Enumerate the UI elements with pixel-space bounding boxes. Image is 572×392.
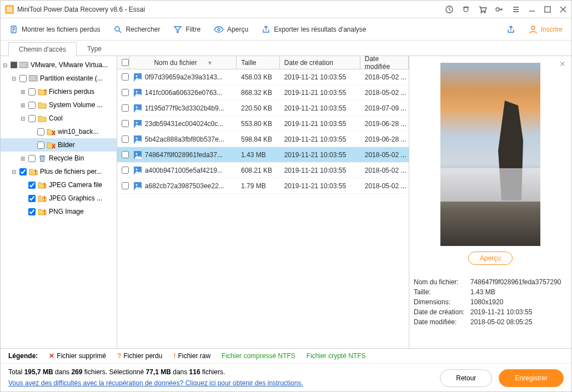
folder-q-icon: ? [38, 87, 47, 96]
preview-open-button[interactable]: Aperçu [468, 252, 513, 265]
tree-checkbox[interactable] [28, 182, 36, 189]
file-checkbox[interactable] [122, 104, 129, 112]
file-row[interactable]: 0f97d39659a2e39a3143...458.03 KB2019-11-… [117, 69, 409, 85]
folder-icon [38, 114, 47, 123]
tree-checkbox[interactable] [19, 75, 27, 82]
help-link[interactable]: Vous avez des difficultés avec la récupé… [8, 379, 303, 387]
column-name[interactable]: Nom du fichier▾ [129, 56, 237, 69]
tree-node[interactable]: xwin10_back... [1, 125, 117, 138]
tree-checkbox[interactable] [28, 88, 36, 96]
file-modified: 2018-05-02 ... [360, 151, 409, 159]
cart-icon[interactable] [478, 5, 487, 14]
stats-text: Total 195,7 MB dans 269 fichiers. Sélect… [8, 368, 440, 376]
file-row[interactable]: 141fc006a606326e0763...868.32 KB2019-11-… [117, 85, 409, 100]
tree-toggle-icon[interactable]: ⊞ [19, 102, 26, 108]
tree-checkbox[interactable] [28, 115, 36, 122]
file-checkbox[interactable] [122, 167, 129, 174]
column-size[interactable]: Taille [237, 56, 280, 69]
tree-label: System Volume ... [49, 101, 103, 109]
close-button[interactable] [559, 6, 567, 13]
document-icon [9, 25, 18, 34]
search-button[interactable]: Rechercher [113, 25, 160, 34]
tree-label: Cool [49, 114, 63, 122]
folder-icon [38, 100, 47, 109]
file-size: 608.21 KB [237, 167, 280, 174]
tree-checkbox[interactable] [28, 102, 36, 109]
tab-path[interactable]: Chemin d'accès [8, 42, 77, 56]
file-row[interactable]: a682cb72a3987503ee22...1.79 MB2019-11-21… [117, 178, 409, 194]
key-icon[interactable] [495, 5, 504, 14]
tree-node[interactable]: ⊞?Fichiers perdus [1, 85, 117, 98]
export-button[interactable]: Exporter les résultats d'analyse [262, 25, 366, 34]
minimize-button[interactable] [528, 6, 536, 13]
tree-checkbox[interactable] [28, 208, 36, 215]
tree-node[interactable]: !JPEG Graphics ... [1, 192, 117, 205]
tree-toggle-icon[interactable]: ⊟ [19, 115, 26, 122]
tree-toggle-icon[interactable]: ⊟ [11, 169, 17, 175]
meta-modified: 2018-05-02 08:05:25 [470, 318, 567, 326]
tree-node[interactable]: ⊟VMware, VMware Virtua... [1, 58, 117, 72]
tree-toggle-icon[interactable]: ⊟ [2, 62, 8, 68]
tree-toggle-icon[interactable]: ⊞ [19, 155, 26, 162]
tree-label: Plus de fichiers per... [40, 168, 102, 175]
file-checkbox[interactable] [122, 120, 129, 127]
file-row[interactable]: 748647f9f028961feda37...1.43 MB2019-11-2… [117, 147, 409, 163]
tree-label: PNG Image [49, 208, 84, 215]
tab-type[interactable]: Type [77, 42, 112, 56]
svg-point-9 [115, 27, 119, 31]
svg-point-32 [136, 137, 137, 139]
tree-node[interactable]: ⊟!Plus de fichiers per... [1, 165, 117, 178]
file-checkbox[interactable] [122, 151, 129, 158]
filter-button[interactable]: Filtre [173, 25, 200, 34]
share-icon[interactable] [506, 25, 515, 34]
maximize-button[interactable] [544, 6, 551, 13]
tree-checkbox[interactable] [28, 155, 36, 162]
folder-tree[interactable]: ⊟VMware, VMware Virtua...⊟Partition exis… [1, 56, 117, 348]
folder-e-icon: ! [38, 207, 47, 216]
save-button[interactable]: Enregistrer [499, 369, 564, 387]
svg-text:x: x [52, 142, 56, 149]
close-preview-icon[interactable]: ✕ [559, 59, 566, 68]
tree-label: JPEG Graphics ... [49, 194, 102, 202]
file-size: 458.03 KB [237, 73, 280, 81]
show-lost-files-button[interactable]: Montrer les fichiers perdus [9, 25, 100, 34]
tree-toggle-icon[interactable]: ⊞ [19, 89, 26, 95]
menu-icon[interactable] [511, 5, 520, 14]
file-checkbox[interactable] [122, 182, 129, 189]
update-icon[interactable] [445, 5, 454, 14]
file-row[interactable]: 23db59431ec004024c0c...553.80 KB2019-11-… [117, 116, 409, 132]
file-checkbox[interactable] [122, 73, 129, 81]
file-name: 141fc006a606326e0763... [145, 89, 222, 97]
register-button[interactable]: Inscrire [529, 25, 563, 34]
column-created[interactable]: Date de création [280, 56, 360, 69]
preview-button[interactable]: Aperçu [214, 25, 248, 34]
file-name: 5b42ac888a3fbf80b537e... [145, 135, 224, 143]
tree-node[interactable]: ⊞System Volume ... [1, 98, 117, 112]
tree-node[interactable]: !JPEG Camera file [1, 178, 117, 192]
file-checkbox[interactable] [122, 135, 129, 143]
tree-node[interactable]: ⊟Cool [1, 112, 117, 125]
tree-node[interactable]: ⊟Partition existante (... [1, 72, 117, 85]
tree-toggle-icon[interactable]: ⊟ [11, 76, 17, 82]
tree-node[interactable]: xBilder [1, 138, 117, 152]
tree-checkbox[interactable] [28, 195, 36, 202]
back-button[interactable]: Retour [440, 369, 492, 387]
file-name: a682cb72a3987503ee22... [145, 182, 224, 190]
preview-panel: ✕ Aperçu Nom du fichier:748647f9f028961f… [409, 56, 571, 348]
select-all-checkbox[interactable] [122, 59, 129, 66]
column-modified[interactable]: Date modifiée [360, 56, 409, 69]
svg-text:!: ! [43, 182, 46, 189]
tree-checkbox[interactable] [11, 62, 17, 68]
file-row[interactable]: a400b9471005e5af4219...608.21 KB2019-11-… [117, 163, 409, 178]
tree-checkbox[interactable] [19, 168, 27, 175]
tree-checkbox[interactable] [37, 142, 44, 149]
tree-label: Partition existante (... [40, 74, 103, 82]
tree-node[interactable]: !PNG Image [1, 205, 117, 218]
file-row[interactable]: 5b42ac888a3fbf80b537e...598.84 KB2019-11… [117, 132, 409, 147]
tree-checkbox[interactable] [37, 128, 44, 135]
file-size: 553.80 KB [237, 120, 280, 128]
file-row[interactable]: 1f195d77f9c3d3302b4b9...220.50 KB2019-11… [117, 100, 409, 116]
feedback-icon[interactable] [461, 5, 470, 14]
tree-node[interactable]: ⊞Recycle Bin [1, 152, 117, 165]
file-checkbox[interactable] [122, 89, 129, 96]
